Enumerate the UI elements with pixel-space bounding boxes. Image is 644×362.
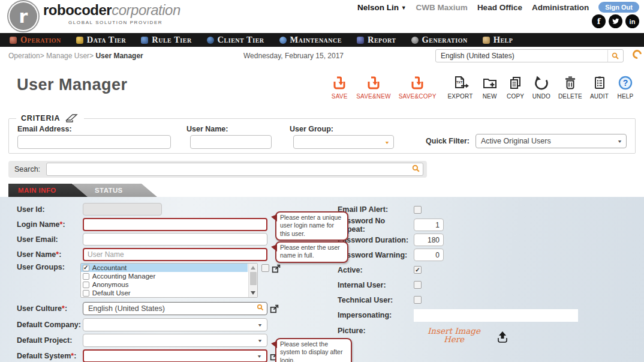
criteria-legend: CRITERIA	[21, 114, 60, 122]
search-icon[interactable]	[412, 164, 420, 175]
nav-maintenance[interactable]: Maintenance	[279, 35, 342, 45]
logo-tagline: GLOBAL SOLUTION PROVIDER	[68, 20, 180, 25]
refresh-icon[interactable]	[631, 48, 643, 61]
impersonating-label: Impersonating:	[338, 311, 414, 319]
quick-filter-select[interactable]: Active Original Users	[476, 134, 627, 148]
password-warning-input[interactable]	[414, 249, 444, 261]
default-system-row: Default System*:	[17, 348, 281, 362]
email-ip-alert-checkbox[interactable]	[414, 206, 422, 214]
user-culture-label: User Culture	[17, 304, 62, 313]
nav-report[interactable]: Report	[357, 35, 396, 45]
default-company-select[interactable]	[83, 318, 267, 331]
picture-label: Picture:	[338, 327, 414, 335]
language-search-icon[interactable]	[607, 50, 623, 62]
password-duration-input[interactable]	[414, 234, 444, 246]
criteria-user-name-input[interactable]	[190, 135, 272, 149]
app-header: r robocodercorporation GLOBAL SOLUTION P…	[0, 0, 644, 33]
save-and-new-button[interactable]: SAVE&NEW	[356, 74, 391, 100]
default-project-label: Default Project:	[17, 336, 83, 345]
nav-data-tier[interactable]: Data Tier	[76, 35, 126, 45]
user-culture-input[interactable]: English (United States)	[83, 302, 267, 315]
scroll-thumb[interactable]	[250, 272, 257, 285]
select-all-checkbox[interactable]	[261, 264, 269, 272]
language-input[interactable]	[436, 52, 607, 60]
link-cwb-maxium[interactable]: CWB Maxium	[416, 3, 468, 12]
user-group-label: User Group:	[290, 125, 394, 133]
list-item[interactable]: Accountant	[81, 264, 248, 272]
checkbox[interactable]	[83, 282, 89, 288]
eraser-icon[interactable]	[65, 113, 79, 124]
user-name-input[interactable]	[83, 248, 267, 261]
breadcrumb: Operation> Manage User> User Manager	[8, 52, 143, 60]
active-checkbox[interactable]	[414, 266, 422, 274]
sign-out-button[interactable]: Sign Out	[598, 2, 639, 13]
help-button[interactable]: ? HELP	[616, 74, 634, 100]
audit-button[interactable]: AUDIT	[590, 74, 609, 100]
tooltip-default-system: Please select the system to display afte…	[275, 338, 352, 362]
delete-button[interactable]: DELETE	[558, 74, 582, 100]
listbox-scrollbar[interactable]	[248, 264, 257, 297]
popout-icon[interactable]	[272, 264, 281, 273]
search-input[interactable]	[46, 163, 423, 176]
tab-status[interactable]: STATUS	[73, 184, 157, 197]
current-date: Wednesday, February 15, 2017	[243, 52, 344, 60]
data-tier-icon	[76, 37, 83, 44]
export-button[interactable]: TXT EXPORT	[448, 74, 473, 100]
search-label: Search:	[14, 165, 40, 173]
lookup-search-icon[interactable]	[257, 304, 264, 312]
user-group-select[interactable]	[293, 135, 394, 149]
user-menu[interactable]: Nelson Lin ▼	[357, 3, 407, 12]
password-no-repeat-input[interactable]	[414, 219, 444, 231]
list-item[interactable]: Accounting Manager	[81, 272, 248, 280]
copy-button[interactable]: COPY	[507, 74, 525, 100]
nav-help[interactable]: Help	[483, 35, 513, 45]
internal-user-checkbox[interactable]	[414, 281, 422, 289]
checkbox[interactable]	[83, 273, 89, 280]
popout-icon[interactable]	[270, 304, 279, 313]
upload-icon[interactable]	[495, 330, 510, 345]
undo-button[interactable]: UNDO	[532, 74, 550, 100]
robocoder-logo-icon: r	[10, 2, 37, 30]
nav-operation[interactable]: Operation	[10, 35, 61, 45]
user-email-input[interactable]	[83, 233, 267, 246]
email-address-input[interactable]	[17, 135, 171, 149]
nav-client-tier[interactable]: Client Tier	[207, 35, 264, 45]
user-name-row: User Name*:	[17, 247, 281, 262]
technical-user-label: Technical User:	[338, 296, 414, 304]
save-new-icon	[365, 74, 383, 92]
nav-rule-tier[interactable]: Rule Tier	[141, 35, 191, 45]
insert-image-placeholder[interactable]: Insert Image Here	[421, 327, 487, 343]
checkbox-checked[interactable]	[83, 265, 89, 271]
save-button[interactable]: SAVE	[330, 74, 348, 100]
tooltip-login-name: Please enter a unique user login name fo…	[275, 211, 348, 241]
save-and-copy-button[interactable]: SAVE&COPY	[399, 74, 437, 100]
social-links: f in	[592, 14, 639, 28]
login-name-input[interactable]	[83, 218, 267, 231]
default-system-select[interactable]	[83, 349, 267, 362]
nav-generation[interactable]: Generation	[411, 35, 468, 45]
linkedin-icon[interactable]: in	[625, 14, 639, 28]
link-head-office[interactable]: Head Office	[477, 3, 522, 12]
list-item[interactable]: Anonymous	[81, 280, 248, 289]
list-item[interactable]: Default User	[81, 289, 248, 297]
user-groups-listbox[interactable]: Accountant Accounting Manager Anonymous	[80, 263, 258, 298]
technical-user-checkbox[interactable]	[414, 296, 422, 304]
new-button[interactable]: NEW	[481, 74, 499, 100]
impersonating-input[interactable]	[414, 309, 578, 322]
criteria-section: CRITERIA Email Address: User Name: User …	[8, 113, 636, 154]
help-nav-icon	[483, 37, 490, 44]
scroll-down-icon[interactable]	[251, 291, 255, 295]
scroll-up-icon[interactable]	[251, 266, 255, 270]
breadcrumb-path[interactable]: Operation> Manage User>	[8, 52, 95, 60]
email-ip-alert-label: Email IP Alert:	[338, 205, 414, 214]
user-manager-screen: r robocodercorporation GLOBAL SOLUTION P…	[0, 0, 644, 362]
delete-icon	[561, 74, 579, 92]
facebook-icon[interactable]: f	[592, 14, 606, 28]
twitter-icon[interactable]	[609, 14, 622, 28]
link-administration[interactable]: Administration	[532, 3, 589, 12]
user-groups-row: User Groups: Accountant Accounting Manag…	[17, 262, 281, 300]
svg-text:?: ?	[623, 78, 628, 88]
form-right-column: Email IP Alert: Password No Repeat: Pass…	[338, 202, 625, 359]
checkbox[interactable]	[83, 290, 89, 297]
default-project-select[interactable]	[83, 334, 267, 347]
